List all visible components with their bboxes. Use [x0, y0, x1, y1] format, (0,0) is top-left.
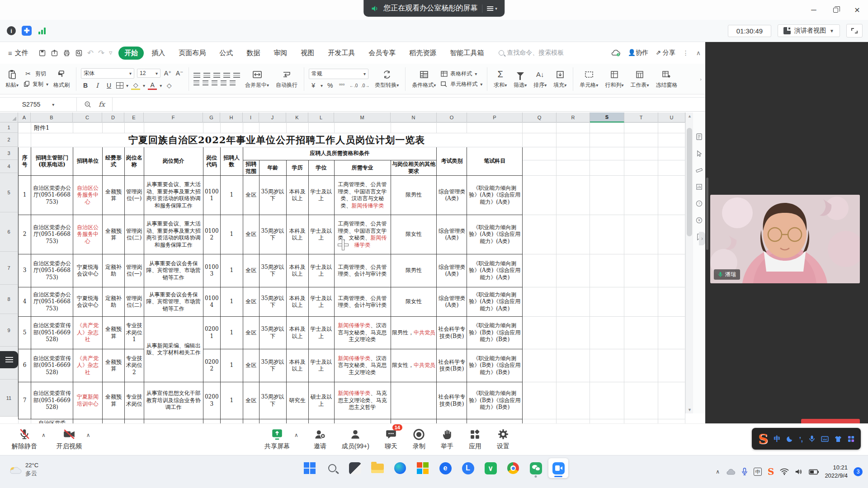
cell[interactable]: 定额补助 [102, 287, 124, 317]
fx-icon[interactable]: fx [99, 100, 105, 108]
cell[interactable]: 新闻传播学类、马克思主义理论类、马克思主义哲学 [334, 382, 391, 419]
tray-expand-icon[interactable]: ∧ [716, 469, 720, 475]
empty-cell[interactable] [658, 133, 685, 147]
empty-cell[interactable] [523, 349, 557, 382]
paste-button[interactable]: 粘贴▾ [4, 69, 20, 89]
cell[interactable]: 管理岗位(一) [124, 254, 144, 287]
cell[interactable]: 《职业能力倾向测验》(A类)《综合应用能力》(A类) [467, 287, 523, 317]
cell[interactable]: 全区 [243, 254, 259, 287]
cell[interactable] [144, 419, 203, 423]
punctuation-icon[interactable]: ’, [799, 435, 803, 443]
cell[interactable]: 本科及以上 [286, 254, 308, 287]
cell[interactable]: 7 [19, 382, 31, 419]
italic-button[interactable]: I [93, 82, 102, 89]
cell[interactable]: 自治区党委 [31, 419, 73, 423]
header-cell[interactable]: 年龄 [259, 160, 286, 176]
panel-collapse-tab[interactable]: › [699, 232, 705, 245]
cell[interactable]: 本科及以上 [286, 317, 308, 349]
row-number-1[interactable]: 1 [0, 122, 18, 133]
fill-color-button[interactable]: ◇ [131, 81, 140, 90]
cell[interactable]: 学士及以上 [308, 215, 334, 254]
align-bottom-icon[interactable] [213, 73, 220, 78]
record-button[interactable]: 录制 [413, 427, 425, 450]
empty-cell[interactable] [523, 147, 557, 160]
empty-cell[interactable] [557, 317, 590, 349]
empty-cell[interactable] [334, 123, 391, 133]
cell[interactable]: 综合管理类(A类) [437, 254, 467, 287]
empty-cell[interactable] [203, 123, 220, 133]
app-store-app[interactable]: ∨ [481, 458, 500, 478]
cell[interactable]: 宁夏悦海会议中心 [73, 287, 102, 317]
underline-button[interactable]: U [104, 82, 113, 89]
table-style-button[interactable]: 表格样式▾ [441, 70, 482, 78]
empty-cell[interactable] [523, 160, 557, 176]
tray-cloud-icon[interactable] [726, 468, 736, 475]
members-button[interactable]: 成员(99+) [342, 427, 369, 450]
cell[interactable]: 从事重要会议会务保障、宾馆管理、市场营销等工作 [144, 287, 203, 317]
cell[interactable]: 全区 [243, 349, 259, 382]
cell[interactable]: 01004 [203, 287, 220, 317]
tray-sogou-icon[interactable]: S [768, 466, 774, 477]
cell[interactable] [73, 419, 102, 423]
cell[interactable]: 35周岁以下 [259, 382, 286, 419]
cell[interactable]: 自治区党委办公厅(0951-6668753) [31, 287, 73, 317]
empty-cell[interactable] [19, 133, 31, 147]
column-header-R[interactable]: R [557, 113, 590, 122]
header-cell[interactable]: 笔试科目 [467, 147, 523, 176]
header-cell[interactable]: 岗位代码 [203, 147, 220, 176]
cell[interactable]: 自治区党委办公厅(0951-6668753) [31, 215, 73, 254]
cell[interactable]: 限男性 [391, 254, 437, 287]
sum-button[interactable]: Σ 求和▾ [492, 69, 509, 89]
meeting-app[interactable] [548, 458, 568, 478]
empty-cell[interactable] [590, 147, 624, 160]
cell[interactable]: 35周岁以下 [259, 317, 286, 349]
font-size-select[interactable]: 12▾ [137, 69, 160, 78]
column-header-Q[interactable]: Q [523, 113, 557, 122]
more-menu-icon[interactable]: ⋮ [683, 49, 689, 56]
sogou-logo[interactable]: S [758, 431, 768, 447]
row-number-3[interactable]: 3 [0, 147, 18, 160]
cell[interactable]: 专业技术岗位 [124, 382, 144, 419]
column-header-D[interactable]: D [102, 113, 124, 122]
scrollbar-thumb[interactable] [687, 128, 692, 236]
settings-button[interactable]: 设置 [497, 427, 509, 450]
empty-cell[interactable] [144, 123, 203, 133]
cell[interactable]: 管理岗位(二) [124, 287, 144, 317]
decrease-decimal-icon[interactable]: ←.0 [349, 83, 358, 88]
empty-cell[interactable] [658, 176, 685, 215]
empty-cell[interactable] [658, 419, 685, 423]
formula-input[interactable] [113, 98, 705, 111]
empty-cell[interactable] [73, 123, 102, 133]
name-box[interactable]: S2755 ▾ [0, 98, 77, 111]
column-header-F[interactable]: F [144, 113, 203, 122]
cell[interactable]: 2 [19, 215, 31, 254]
empty-cell[interactable] [658, 215, 685, 254]
command-search[interactable]: 查找命令、搜索模板 [499, 49, 564, 57]
align-middle-icon[interactable] [203, 73, 210, 78]
browser-lenovo-app[interactable]: L [458, 458, 478, 478]
cell[interactable]: 本科及以上 [286, 215, 308, 254]
empty-cell[interactable] [624, 349, 658, 382]
column-header-C[interactable]: C [73, 113, 102, 122]
row-number-2[interactable]: 2 [0, 133, 18, 147]
empty-cell[interactable] [590, 133, 624, 147]
cell-style-button[interactable]: 单元格样式▾ [441, 80, 482, 88]
participant-video[interactable]: 潘瑞 [710, 195, 860, 283]
cell[interactable]: 自治区党委办公厅(0951-6668753) [31, 254, 73, 287]
cursor-tool-icon[interactable] [696, 150, 703, 157]
row-number-9[interactable]: 9 [0, 314, 18, 347]
cell[interactable]: 1 [19, 176, 31, 215]
cell[interactable] [203, 419, 220, 423]
format-painter-button[interactable]: 格式刷 [52, 69, 71, 89]
empty-cell[interactable] [523, 176, 557, 215]
empty-cell[interactable] [557, 215, 590, 254]
cell[interactable]: 《职业能力倾向测验》(A类)《综合应用能力》(A类) [467, 176, 523, 215]
empty-cell[interactable] [590, 254, 624, 287]
conditional-format-button[interactable]: 条件格式▾ [410, 69, 438, 89]
doc-panel-icon[interactable] [696, 133, 703, 140]
volume-icon[interactable] [795, 468, 803, 475]
cell[interactable]: 从事重要会议会务保障、宾馆管理、市场营销等工作 [144, 254, 203, 287]
empty-cell[interactable] [523, 382, 557, 419]
cell[interactable]: 学士及以上 [308, 349, 334, 382]
cell[interactable]: 自治区党委宣传部(0951-6669528) [31, 317, 73, 349]
